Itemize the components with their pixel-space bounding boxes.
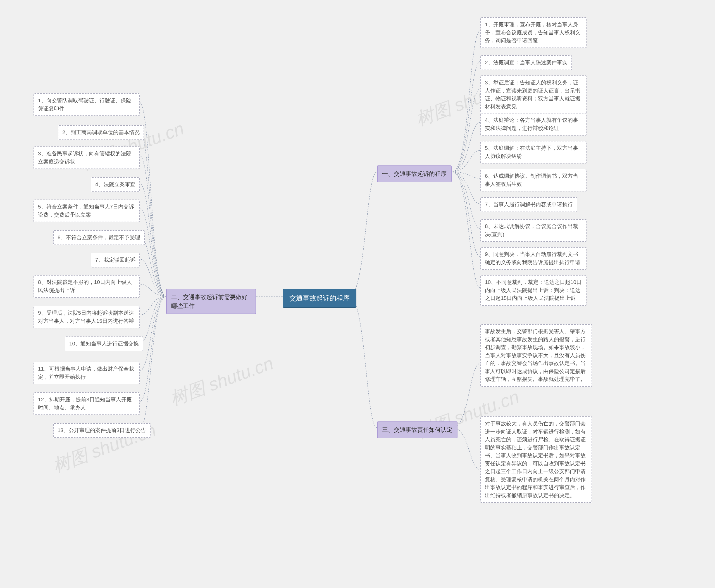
- leaf-b2-12: 12、排期开庭，提前3日通知当事人开庭时间、地点、承办人: [34, 392, 139, 415]
- leaf-b2-3: 3、准备民事起诉状，向有管辖权的法院立案庭递交诉状: [34, 146, 139, 169]
- branch-responsibility[interactable]: 三、交通事故责任如何认定: [377, 421, 457, 438]
- leaf-b1-2: 2、法庭调查：当事人陈述案件事实: [480, 55, 572, 70]
- branch-procedure[interactable]: 一、交通事故起诉的程序: [377, 165, 452, 182]
- leaf-b3-2: 对于事故较大，有人员伤亡的，交警部门会进一步向证人取证，对车辆进行检测，如有人员…: [480, 416, 592, 503]
- branch-preparation[interactable]: 二、交通事故起诉前需要做好哪些工作: [166, 289, 256, 314]
- leaf-b2-13: 13、公开审理的案件提前3日进行公告: [53, 423, 151, 438]
- leaf-b2-11: 11、可根据当事人申请，做出财产保全裁定，并立即开始执行: [34, 362, 139, 384]
- watermark: 树图 shutu.cn: [167, 351, 277, 411]
- leaf-b2-8: 8、对法院裁定不服的，10日内向上级人民法院提出上诉: [34, 275, 139, 298]
- leaf-b2-9: 9、受理后，法院5日内将起诉状副本送达对方当事人，对方当事人15日内进行答辩: [34, 306, 139, 328]
- leaf-b2-10: 10、通知当事人进行证据交换: [65, 336, 143, 351]
- leaf-b1-6: 6、达成调解协议。制作调解书，双方当事人签收后生效: [480, 169, 586, 191]
- root-node[interactable]: 交通事故起诉的程序: [283, 289, 356, 308]
- leaf-b3-1: 事故发生后，交警部门根据受害人、肇事方或者其他知悉事故发生的路人的报警，进行初步…: [480, 324, 592, 387]
- leaf-b2-2: 2、到工商局调取单位的基本情况: [58, 125, 144, 140]
- leaf-b2-4: 4、法院立案审查: [91, 177, 140, 192]
- leaf-b1-9: 9、同意判决，当事人自动履行裁判文书确定的义务或向我院告诉庭提出执行申请: [480, 247, 586, 270]
- leaf-b1-10: 10、不同意裁判，裁定：送达之日起10日内向上级人民法院提出上诉；判决：送达之日…: [480, 275, 586, 306]
- leaf-b1-1: 1、开庭审理，宣布开庭，核对当事人身份，宣布合议庭成员，告知当事人权利义务，询问…: [480, 17, 586, 48]
- leaf-b1-3: 3、举证质证：告知证人的权利义务，证人作证，宣读未到庭的证人证言，出示书证、物证…: [480, 76, 586, 114]
- leaf-b1-7: 7、当事人履行调解书内容或申请执行: [480, 197, 577, 212]
- leaf-b2-5: 5、符合立案条件，通知当事人7日内交诉讼费，交费后予以立案: [34, 200, 139, 222]
- leaf-b1-5: 5、法庭调解：在法庭主持下，双方当事人协议解决纠纷: [480, 141, 586, 164]
- leaf-b2-1: 1、向交警队调取驾驶证、行驶证、保险凭证复印件: [34, 93, 139, 116]
- leaf-b1-8: 8、未达成调解协议，合议庭合议作出裁决(宣判): [480, 219, 586, 242]
- leaf-b2-7: 7、裁定驳回起诉: [91, 253, 140, 268]
- leaf-b1-4: 4、法庭辩论：各方当事人就有争议的事实和法律问题，进行辩驳和论证: [480, 113, 586, 135]
- leaf-b2-6: 6、不符合立案条件，裁定不予受理: [53, 230, 145, 245]
